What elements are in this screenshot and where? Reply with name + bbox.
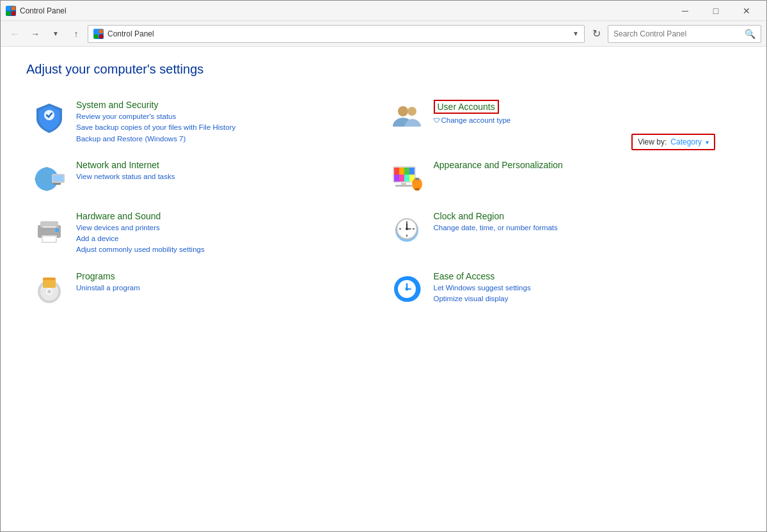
svg-rect-19: [53, 183, 61, 185]
content-area: View by: Category ▾ Adjust your computer…: [1, 47, 766, 531]
svg-rect-25: [409, 168, 415, 175]
content-wrapper: View by: Category ▾ Adjust your computer…: [26, 62, 741, 315]
ease-of-access-title[interactable]: Ease of Access: [434, 271, 736, 281]
ease-of-access-icon: [389, 271, 425, 307]
svg-rect-38: [43, 237, 56, 242]
programs-title[interactable]: Programs: [76, 271, 379, 281]
svg-point-9: [398, 106, 408, 116]
ease-of-access-link-1[interactable]: Let Windows suggest settings: [434, 283, 736, 293]
svg-rect-2: [6, 12, 10, 15]
appearance-icon: [389, 160, 425, 196]
svg-rect-0: [6, 6, 10, 10]
up-button[interactable]: ↑: [67, 25, 85, 43]
system-security-link-3[interactable]: Backup and Restore (Windows 7): [76, 134, 379, 145]
viewby-label: View by:: [638, 137, 667, 146]
svg-rect-6: [94, 35, 98, 38]
user-accounts-icon: [389, 100, 425, 136]
hardware-sound-link-1[interactable]: View devices and printers: [76, 223, 379, 233]
svg-rect-1: [12, 6, 15, 10]
svg-rect-33: [415, 178, 419, 180]
address-dropdown-icon[interactable]: ▼: [573, 30, 579, 37]
category-hardware-sound[interactable]: Hardware and Sound View devices and prin…: [26, 203, 384, 263]
address-bar: ← → ▼ ↑ Control Panel ▼ ↻ 🔍: [1, 21, 766, 47]
window-title: Control Panel: [20, 6, 667, 15]
svg-rect-31: [395, 185, 412, 187]
svg-rect-3: [12, 12, 15, 15]
network-internet-icon: [31, 160, 67, 196]
network-internet-title[interactable]: Network and Internet: [76, 160, 379, 170]
hardware-sound-text: Hardware and Sound View devices and prin…: [76, 211, 379, 256]
svg-rect-23: [399, 168, 404, 175]
svg-rect-4: [94, 29, 98, 33]
window-icon: [6, 6, 16, 16]
forward-button[interactable]: →: [26, 25, 44, 43]
svg-point-54: [47, 290, 51, 293]
svg-point-34: [415, 188, 420, 191]
category-appearance[interactable]: Appearance and Personalization: [384, 152, 741, 203]
user-accounts-text: User Accounts Change account type: [434, 100, 736, 126]
appearance-text: Appearance and Personalization: [434, 160, 736, 171]
svg-rect-28: [404, 175, 409, 182]
category-programs[interactable]: Programs Uninstall a program: [26, 263, 384, 315]
user-accounts-link-1[interactable]: Change account type: [434, 115, 736, 126]
address-text: Control Panel: [107, 29, 569, 38]
svg-point-61: [405, 287, 408, 290]
user-accounts-title[interactable]: User Accounts: [434, 100, 499, 114]
recent-locations-button[interactable]: ▼: [47, 25, 65, 43]
svg-point-39: [55, 228, 59, 232]
svg-rect-5: [99, 29, 103, 33]
viewby-bar: View by: Category ▾: [631, 134, 715, 150]
system-security-title[interactable]: System and Security: [76, 100, 379, 110]
svg-rect-22: [394, 168, 399, 175]
svg-rect-17: [53, 175, 63, 182]
title-bar: Control Panel ─ □ ✕: [1, 1, 766, 21]
svg-rect-56: [43, 280, 56, 288]
hardware-sound-link-2[interactable]: Add a device: [76, 233, 379, 244]
hardware-sound-icon: [31, 211, 67, 247]
svg-rect-40: [43, 226, 56, 228]
control-panel-window: Control Panel ─ □ ✕ ← → ▼ ↑ Control Pane…: [0, 0, 767, 532]
category-ease-of-access[interactable]: Ease of Access Let Windows suggest setti…: [384, 263, 741, 315]
system-security-text: System and Security Review your computer…: [76, 100, 379, 145]
maximize-button[interactable]: □: [701, 1, 731, 21]
svg-rect-7: [99, 35, 103, 38]
hardware-sound-link-3[interactable]: Adjust commonly used mobility settings: [76, 244, 379, 255]
clock-region-icon: [389, 211, 425, 247]
network-internet-link-1[interactable]: View network status and tasks: [76, 171, 379, 182]
category-clock-region[interactable]: Clock and Region Change date, time, or n…: [384, 203, 741, 263]
clock-region-title[interactable]: Clock and Region: [434, 211, 736, 221]
minimize-button[interactable]: ─: [670, 1, 700, 21]
appearance-title[interactable]: Appearance and Personalization: [434, 160, 736, 170]
svg-rect-27: [399, 175, 404, 182]
ease-of-access-link-2[interactable]: Optimize visual display: [434, 293, 736, 304]
programs-text: Programs Uninstall a program: [76, 271, 379, 293]
ease-of-access-text: Ease of Access Let Windows suggest setti…: [434, 271, 736, 305]
category-network-internet[interactable]: Network and Internet View network status…: [26, 152, 384, 203]
hardware-sound-title[interactable]: Hardware and Sound: [76, 211, 379, 221]
categories-grid: System and Security Review your computer…: [26, 92, 741, 315]
system-security-link-1[interactable]: Review your computer's status: [76, 111, 379, 122]
search-input[interactable]: [613, 29, 745, 38]
search-button[interactable]: 🔍: [745, 29, 755, 39]
svg-rect-24: [404, 168, 409, 175]
clock-region-link-1[interactable]: Change date, time, or number formats: [434, 223, 736, 233]
programs-link-1[interactable]: Uninstall a program: [76, 283, 379, 293]
programs-icon: [31, 271, 67, 307]
svg-point-50: [406, 228, 408, 230]
network-internet-text: Network and Internet View network status…: [76, 160, 379, 182]
search-wrap: 🔍: [608, 25, 761, 43]
address-bar-input-wrap: Control Panel ▼: [88, 25, 585, 43]
close-button[interactable]: ✕: [732, 1, 761, 21]
back-button[interactable]: ←: [6, 25, 24, 43]
refresh-button[interactable]: ↻: [587, 25, 605, 43]
category-system-security[interactable]: System and Security Review your computer…: [26, 92, 384, 152]
window-controls: ─ □ ✕: [670, 1, 761, 21]
viewby-value[interactable]: Category: [670, 137, 702, 146]
system-security-link-2[interactable]: Save backup copies of your files with Fi…: [76, 122, 379, 133]
svg-point-10: [407, 107, 416, 116]
clock-region-text: Clock and Region Change date, time, or n…: [434, 211, 736, 233]
address-icon: [93, 29, 104, 39]
svg-rect-26: [394, 175, 399, 182]
system-security-icon: [31, 100, 67, 136]
viewby-dropdown-icon[interactable]: ▾: [706, 139, 709, 146]
